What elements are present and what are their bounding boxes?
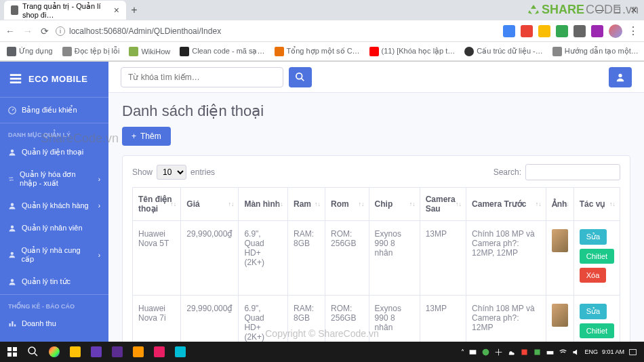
sidebar-item-news[interactable]: Quản lý tin tức xyxy=(0,270,108,293)
extension-icon[interactable] xyxy=(573,25,586,37)
detail-button[interactable]: Chitiet xyxy=(580,249,614,264)
tray-icon[interactable] xyxy=(468,348,477,357)
brand[interactable]: ECO MOBILE xyxy=(0,62,108,96)
sidebar-item-customer[interactable]: Quản lý khách hàng › xyxy=(0,195,108,217)
search-input[interactable] xyxy=(121,67,283,87)
col-actions[interactable]: Tác vụ↑↓ xyxy=(573,188,620,221)
search-button[interactable] xyxy=(289,67,312,87)
sidebar-item-revenue[interactable]: Doanh thu xyxy=(0,313,108,334)
extension-icon[interactable] xyxy=(591,25,603,37)
wifi-icon[interactable] xyxy=(559,348,567,357)
tab-title: Trang quản trị - Quản lí shop đi… xyxy=(22,2,110,19)
url-text: localhost:50680/Admin/QLDienthoai/Index xyxy=(69,26,221,36)
app-icon xyxy=(154,346,165,357)
tray-chevron-icon[interactable]: ˄ xyxy=(461,348,464,356)
table-search-input[interactable] xyxy=(525,164,620,180)
extension-icon[interactable] xyxy=(538,25,550,37)
clock[interactable]: 9:01 AM xyxy=(602,348,624,356)
page-length-select[interactable]: 10 xyxy=(157,165,186,180)
app-icon xyxy=(175,346,186,357)
extension-icon[interactable] xyxy=(521,25,533,37)
sidebar-item-staff[interactable]: Quản lý nhân viên xyxy=(0,217,108,239)
taskbar-app[interactable] xyxy=(45,343,64,361)
detail-button[interactable]: Chitiet xyxy=(580,323,614,338)
bookmarks-bar: Ứng dụng Đọc tệp bị lỗi WikiHow Clean co… xyxy=(0,42,644,61)
bookmark-item[interactable]: Ứng dụng xyxy=(7,47,53,56)
cloud-icon[interactable] xyxy=(507,348,516,357)
taskbar-app[interactable] xyxy=(171,343,190,361)
col-chip[interactable]: Chip↑↓ xyxy=(369,188,420,221)
taskbar-app[interactable] xyxy=(66,343,85,361)
bookmark-item[interactable]: (11) [Khóa học lập t… xyxy=(369,47,456,56)
add-button[interactable]: + Thêm xyxy=(122,127,171,146)
topbar xyxy=(108,62,644,93)
bookmark-item[interactable]: Đọc tệp bị lỗi xyxy=(62,47,120,56)
tab-close-icon[interactable]: × xyxy=(114,5,119,16)
forward-icon[interactable]: → xyxy=(23,26,33,37)
bookmark-favicon xyxy=(180,47,189,56)
sidebar-item-supplier[interactable]: Quản lý nhà cung cấp › xyxy=(0,239,108,270)
taskbar-app[interactable] xyxy=(129,343,148,361)
extension-icon[interactable] xyxy=(503,25,515,37)
new-tab-button[interactable]: + xyxy=(126,2,142,18)
col-screen[interactable]: Màn hình↑↓ xyxy=(239,188,288,221)
bookmark-item[interactable]: Tổng hợp một số C… xyxy=(275,47,360,56)
edit-button[interactable]: Sửa xyxy=(580,304,607,319)
sidebar-dashboard[interactable]: Bảng điều khiển xyxy=(0,99,108,121)
col-name[interactable]: Tên điện thoại↑↓ xyxy=(133,188,181,221)
col-image[interactable]: Ảnh↑↓ xyxy=(546,188,573,221)
sidebar-item-invoice[interactable]: Quản lý hóa đơn nhập - xuất › xyxy=(0,163,108,195)
cell-actions: Sửa Chitiet xyxy=(573,296,620,343)
svg-point-15 xyxy=(28,347,35,354)
recycle-icon xyxy=(527,3,540,17)
back-icon[interactable]: ← xyxy=(5,26,15,37)
user-menu-button[interactable] xyxy=(609,67,632,87)
product-thumbnail xyxy=(552,229,568,252)
col-cam-front[interactable]: Camera Trước↑↓ xyxy=(466,188,546,221)
vs-icon xyxy=(112,346,123,357)
taskbar-app[interactable] xyxy=(150,343,169,361)
col-price[interactable]: Giá↑↓ xyxy=(181,188,239,221)
bookmark-item[interactable]: Cấu trúc dữ liệu -… xyxy=(464,47,542,56)
cell-ram: RAM: 8GB xyxy=(288,296,325,343)
cell-cam-rear: 13MP xyxy=(420,221,466,296)
page-body: Danh sách điện thoại + Thêm Show 10 entr… xyxy=(108,93,644,342)
site-info-icon[interactable]: i xyxy=(56,26,65,36)
notification-icon[interactable] xyxy=(628,348,637,357)
start-button[interactable] xyxy=(3,343,22,361)
edit-button[interactable]: Sửa xyxy=(580,229,607,245)
taskbar-app[interactable] xyxy=(108,343,127,361)
tray-icon[interactable] xyxy=(520,348,529,357)
cell-rom: ROM: 256GB xyxy=(325,296,369,343)
language-indicator[interactable]: ENG xyxy=(584,348,598,355)
users-icon xyxy=(8,224,16,233)
svg-point-2 xyxy=(11,203,14,206)
bookmark-item[interactable]: Clean code - mã sạ… xyxy=(180,47,264,56)
volume-icon[interactable] xyxy=(571,348,580,357)
col-cam-rear[interactable]: Camera Sau↑↓ xyxy=(420,188,466,221)
tray-icon[interactable] xyxy=(533,348,542,357)
bookmark-item[interactable]: Hướng dẫn tạo một… xyxy=(552,47,639,56)
users-icon xyxy=(8,278,16,286)
taskbar-app[interactable] xyxy=(87,343,106,361)
menu-icon[interactable]: ⋮ xyxy=(628,24,639,37)
apps-icon xyxy=(7,47,16,56)
sidebar-heading: THỐNG KÊ - BÁO CÁO xyxy=(0,296,108,313)
col-ram[interactable]: Ram↑↓ xyxy=(288,188,325,221)
sidebar-item-phones[interactable]: Quản lý điện thoại xyxy=(0,141,108,163)
tray-icon[interactable] xyxy=(481,348,490,357)
extension-icon[interactable] xyxy=(556,25,568,37)
reload-icon[interactable]: ⟳ xyxy=(41,26,49,37)
tray-icon[interactable] xyxy=(494,348,503,357)
tray-icon[interactable] xyxy=(546,348,555,357)
profile-avatar[interactable] xyxy=(609,24,622,38)
delete-button[interactable]: Xóa xyxy=(580,268,607,283)
cell-screen: 6.9", Quad HD+ (2K+) xyxy=(239,296,288,343)
cell-cam-front: Chính 108 MP và Camera ph?: 12MP, 12MP xyxy=(466,221,546,296)
bookmark-item[interactable]: WikiHow xyxy=(129,47,170,56)
sort-icon: ↑↓ xyxy=(609,202,616,207)
url-field[interactable]: i localhost:50680/Admin/QLDienthoai/Inde… xyxy=(56,26,221,36)
taskbar-search[interactable] xyxy=(24,343,43,361)
col-rom[interactable]: Rom↑↓ xyxy=(325,188,369,221)
browser-tab[interactable]: Trang quản trị - Quản lí shop đi… × xyxy=(4,1,126,20)
